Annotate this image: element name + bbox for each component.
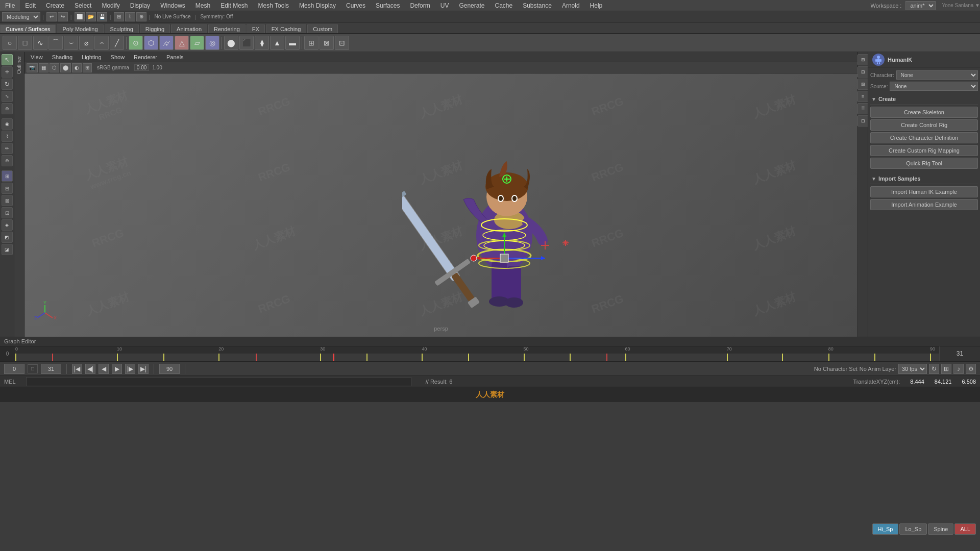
shelf-icon-nurbs-sphere[interactable]: ⬤ [224,36,238,50]
shelf-icon-nurbs-plane[interactable]: ▬ [285,36,300,50]
menu-edit-mesh[interactable]: Edit Mesh [215,0,253,11]
shelf-tab-rendering[interactable]: Rendering [208,24,246,33]
scale-tool[interactable]: ⤡ [2,91,13,102]
menu-uv[interactable]: UV [435,0,454,11]
shelf-icon-tool2[interactable]: ⊠ [320,36,334,50]
workspace-dropdown[interactable]: anim* [905,1,936,10]
open-btn[interactable]: 📂 [86,12,96,21]
paint-tool[interactable]: ✏ [2,143,13,154]
step-back-btn[interactable]: ◀| [85,364,95,374]
play-fwd-btn[interactable]: ▶ [112,364,122,374]
menu-mesh[interactable]: Mesh [190,0,215,11]
current-frame-input[interactable] [41,364,61,374]
key-set-btn[interactable]: ⊞ [941,364,951,374]
gamma-value[interactable]: 0.00 [134,64,149,71]
shelf-icon-plane[interactable]: ▱ [190,36,204,50]
extra-tool2[interactable]: ◪ [2,244,13,255]
select-tool[interactable]: ↖ [2,54,13,65]
universal-tool[interactable]: ⊕ [2,103,13,114]
shelf-icon-curve3[interactable]: ⌣ [64,36,78,50]
end-frame-input[interactable] [159,364,180,374]
right-tool-3[interactable]: ⊠ [857,79,869,90]
script-input[interactable] [26,377,411,386]
timeline-ruler[interactable]: 0 0 10 20 30 40 50 60 70 80 90 [0,346,980,361]
shelf-icon-curve1[interactable]: ∿ [33,36,47,50]
import-section-header[interactable]: ▼ Import Samples [870,173,978,184]
timeline-track[interactable]: 0 10 20 30 40 50 60 70 80 90 [15,346,939,361]
camera[interactable]: ⊠ [2,195,13,206]
vp-camera-btn[interactable]: 📷 [27,63,38,72]
menu-modify[interactable]: Modify [96,0,125,11]
create-control-rig-btn[interactable]: Create Control Rig [870,119,978,131]
loop-btn[interactable]: ↻ [929,364,939,374]
menu-display[interactable]: Display [125,0,155,11]
shelf-tab-fx[interactable]: FX [247,24,265,33]
vp-wireframe[interactable]: ⬡ [50,63,59,72]
right-tool-2[interactable]: ⊟ [857,66,869,78]
viewport[interactable]: View Shading Lighting Show Renderer Pane… [24,52,857,337]
go-start-btn[interactable]: |◀ [72,364,82,374]
menu-surfaces[interactable]: Surfaces [371,0,405,11]
new-scene-btn[interactable]: ⬜ [75,12,85,21]
create-character-definition-btn[interactable]: Create Character Definition [870,132,978,143]
menu-substance[interactable]: Substance [518,0,557,11]
pb-checkbox[interactable]: □ [28,364,38,373]
import-animation-btn[interactable]: Import Animation Example [870,199,978,210]
shelf-tab-poly[interactable]: Poly Modeling [57,24,103,33]
move-tool[interactable]: ✛ [2,66,13,78]
right-tool-6[interactable]: ⊡ [857,115,869,127]
outliner-label[interactable]: Outliner [15,52,23,78]
create-skeleton-btn[interactable]: Create Skeleton [870,107,978,118]
hi-sp-btn[interactable]: Hi_Sp [872,523,899,535]
play-back-btn[interactable]: ◀ [99,364,109,374]
rotate-tool[interactable]: ↻ [2,79,13,90]
menu-curves[interactable]: Curves [341,0,371,11]
all-btn[interactable]: ALL [954,523,976,535]
create-custom-rig-mapping-btn[interactable]: Create Custom Rig Mapping [870,145,978,156]
menu-windows[interactable]: Windows [155,0,190,11]
measure[interactable]: ⊟ [2,183,13,194]
menu-file[interactable]: File [0,0,20,11]
shelf-icon-nurbs-cube[interactable]: ⬛ [239,36,254,50]
snap-grid-btn[interactable]: ⊞ [114,12,124,21]
shelf-icon-cylinder[interactable]: ⌭ [159,36,174,50]
shelf-icon-helix[interactable]: ⌀ [79,36,93,50]
snap-align[interactable]: ⊞ [2,170,13,182]
shelf-tab-rigging[interactable]: Rigging [140,24,170,33]
vp-menu-renderer[interactable]: Renderer [132,54,159,60]
vp-menu-show[interactable]: Show [109,54,127,60]
shelf-icon-square[interactable]: □ [18,36,32,50]
shelf-icon-torus[interactable]: ◎ [205,36,219,50]
start-frame-input[interactable] [4,364,24,374]
shelf-icon-line[interactable]: ╱ [110,36,124,50]
go-end-btn[interactable]: ▶| [138,364,149,374]
sound-btn[interactable]: ♪ [953,364,964,374]
soft-select[interactable]: ◉ [2,118,13,130]
shelf-icon-nurbs-cyl[interactable]: ⧫ [255,36,269,50]
lo-sp-btn[interactable]: Lo_Sp [899,523,927,535]
shelf-icon-nurbs-cone[interactable]: ▲ [270,36,284,50]
shelf-icon-curve2[interactable]: ⌒ [48,36,63,50]
menu-help[interactable]: Help [585,0,608,11]
playhead[interactable] [333,354,334,361]
render-tool[interactable]: ◈ [2,219,13,231]
spine-btn[interactable]: Spine [928,523,953,535]
menu-arnold[interactable]: Arnold [557,0,585,11]
right-tool-1[interactable]: ⊞ [857,54,869,65]
step-fwd-btn[interactable]: |▶ [125,364,135,374]
vp-shaded[interactable]: ⬤ [60,63,71,72]
fps-dropdown[interactable]: 30 fps [898,364,927,374]
menu-cache[interactable]: Cache [489,0,518,11]
vp-smooth[interactable]: ◐ [72,63,82,72]
shelf-tab-curves[interactable]: Curves / Surfaces [0,24,56,33]
menu-generate[interactable]: Generate [454,0,489,11]
shelf-icon-arc[interactable]: ⌢ [94,36,109,50]
shelf-icon-cone[interactable]: △ [175,36,189,50]
menu-mesh-tools[interactable]: Mesh Tools [253,0,294,11]
shelf-icon-circle[interactable]: ○ [3,36,17,50]
vp-menu-shading[interactable]: Shading [50,54,75,60]
lasso-tool[interactable]: ⌇ [2,131,13,142]
shelf-tab-custom[interactable]: Custom [307,24,338,33]
vp-display-mode[interactable]: ▦ [39,63,48,72]
mode-dropdown[interactable]: Modeling [2,12,40,21]
